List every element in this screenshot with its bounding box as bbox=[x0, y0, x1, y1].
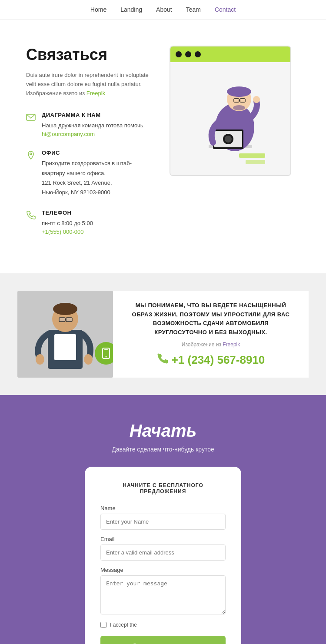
svg-rect-29 bbox=[104, 349, 108, 350]
svg-rect-16 bbox=[246, 160, 265, 164]
svg-point-26 bbox=[84, 354, 93, 365]
phone-link[interactable]: +1(555) 000-000 bbox=[42, 229, 84, 235]
office-address1: 121 Rock Sreet, 21 Avenue, bbox=[42, 178, 152, 188]
phone-title: ТЕЛЕФОН bbox=[42, 209, 93, 216]
form-card: НАЧНИТЕ С БЕСПЛАТНОГО ПРЕДЛОЖЕНИЯ Name E… bbox=[85, 467, 241, 644]
svg-point-1 bbox=[30, 153, 32, 155]
contact-email-item: ДИАГРАММА К НАМ Наша дружная команда гот… bbox=[26, 112, 152, 137]
promo-text-block: МЫ ПОНИМАЕМ, ЧТО ВЫ ВЕДЕТЕ НАСЫЩЕННЫЙ ОБ… bbox=[113, 291, 309, 378]
start-section: Начать Давайте сделаем что-нибудь крутое… bbox=[0, 395, 326, 644]
freepik-link-1[interactable]: Freepik bbox=[86, 90, 105, 96]
email-group: Email bbox=[100, 536, 226, 561]
name-input[interactable] bbox=[100, 514, 226, 530]
contact-office-item: ОФИС Приходите поздороваться в штаб-квар… bbox=[26, 149, 152, 197]
name-label: Name bbox=[100, 505, 226, 511]
contact-desc: Duis aute irure dolor in reprehenderit i… bbox=[26, 71, 152, 98]
checkbox-label: I accept the bbox=[110, 622, 137, 628]
browser-bar bbox=[170, 46, 290, 62]
contact-section: Связаться Duis aute irure dolor in repre… bbox=[0, 20, 326, 273]
promo-image bbox=[17, 291, 113, 378]
browser-dot-1 bbox=[176, 51, 182, 57]
freepik-link-2[interactable]: Freepik bbox=[223, 342, 240, 348]
svg-rect-22 bbox=[59, 318, 65, 322]
accept-checkbox[interactable] bbox=[100, 622, 106, 628]
promo-phone-icon bbox=[157, 353, 168, 367]
message-textarea[interactable] bbox=[100, 575, 226, 614]
svg-rect-23 bbox=[66, 318, 72, 322]
contact-title: Связаться bbox=[26, 46, 152, 64]
svg-rect-15 bbox=[239, 153, 265, 158]
email-input[interactable] bbox=[100, 544, 226, 561]
contact-office-content: ОФИС Приходите поздороваться в штаб-квар… bbox=[42, 149, 152, 197]
name-group: Name bbox=[100, 505, 226, 530]
svg-point-14 bbox=[253, 96, 260, 103]
email-icon bbox=[26, 113, 36, 122]
start-subtitle: Давайте сделаем что-нибудь крутое bbox=[112, 446, 214, 453]
nav-team[interactable]: Team bbox=[186, 6, 201, 13]
browser-dot-3 bbox=[195, 51, 201, 57]
start-title: Начать bbox=[130, 421, 197, 441]
contact-email-content: ДИАГРАММА К НАМ Наша дружная команда гот… bbox=[42, 112, 145, 137]
office-address2: Нью-Йорк, NY 92103-9000 bbox=[42, 188, 152, 197]
contact-phone-item: ТЕЛЕФОН пн-пт с 8:00 до 5:00 +1(555) 000… bbox=[26, 209, 152, 235]
email-label: Email bbox=[100, 536, 226, 542]
email-text: Наша дружная команда готова помочь. bbox=[42, 121, 145, 130]
phone-badge-icon bbox=[100, 347, 112, 359]
office-title: ОФИС bbox=[42, 149, 152, 156]
phone-hours: пн-пт с 8:00 до 5:00 bbox=[42, 219, 93, 228]
svg-point-28 bbox=[106, 356, 107, 357]
promo-section: МЫ ПОНИМАЕМ, ЧТО ВЫ ВЕДЕТЕ НАСЫЩЕННЫЙ ОБ… bbox=[0, 273, 326, 395]
browser-dot-2 bbox=[185, 51, 191, 57]
submit-button[interactable]: Отправьте запрос bbox=[100, 636, 226, 644]
message-group: Message bbox=[100, 567, 226, 616]
phone-icon bbox=[26, 210, 36, 220]
nav-contact[interactable]: Contact bbox=[215, 6, 236, 13]
form-card-title: НАЧНИТЕ С БЕСПЛАТНОГО ПРЕДЛОЖЕНИЯ bbox=[100, 482, 226, 495]
nav-home[interactable]: Home bbox=[90, 6, 106, 13]
browser-content bbox=[170, 62, 290, 175]
navigation: Home Landing About Team Contact bbox=[0, 0, 326, 20]
contact-left: Связаться Duis aute irure dolor in repre… bbox=[26, 46, 152, 247]
promo-phone: +1 (234) 567-8910 bbox=[157, 353, 265, 367]
promo-heading: МЫ ПОНИМАЕМ, ЧТО ВЫ ВЕДЕТЕ НАСЫЩЕННЫЙ ОБ… bbox=[126, 301, 296, 337]
nav-landing[interactable]: Landing bbox=[120, 6, 142, 13]
contact-phone-content: ТЕЛЕФОН пн-пт с 8:00 до 5:00 +1(555) 000… bbox=[42, 209, 93, 235]
email-link[interactable]: hi@ourcompany.com bbox=[42, 131, 95, 137]
browser-mockup bbox=[170, 46, 291, 176]
checkbox-row: I accept the bbox=[100, 622, 226, 628]
person-svg bbox=[183, 66, 278, 171]
promo-source: Изображение из Freepik bbox=[182, 342, 240, 348]
svg-point-9 bbox=[233, 105, 245, 110]
svg-rect-19 bbox=[54, 334, 76, 360]
nav-about[interactable]: About bbox=[156, 6, 172, 13]
contact-illustration bbox=[170, 46, 300, 247]
svg-point-13 bbox=[225, 136, 232, 143]
office-text: Приходите поздороваться в штаб-квартиру … bbox=[42, 159, 152, 178]
man-svg bbox=[17, 291, 113, 378]
message-label: Message bbox=[100, 567, 226, 573]
location-icon bbox=[26, 150, 36, 160]
svg-point-21 bbox=[53, 303, 77, 315]
svg-point-5 bbox=[227, 86, 251, 97]
email-title: ДИАГРАММА К НАМ bbox=[42, 112, 145, 118]
svg-point-25 bbox=[36, 354, 44, 365]
